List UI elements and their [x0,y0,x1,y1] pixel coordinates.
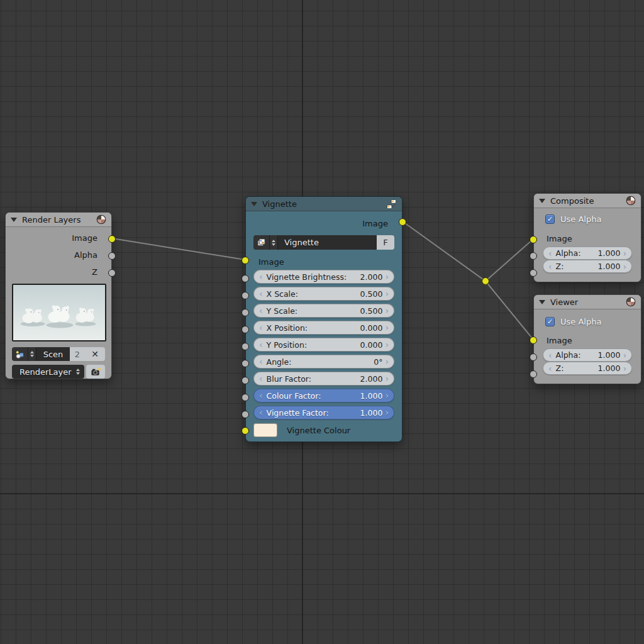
stepper-up-icon[interactable] [30,351,34,353]
socket-image-input[interactable] [530,336,537,344]
slider-value: 0.000 [360,323,384,333]
collapse-arrow-icon[interactable] [251,202,257,206]
rerender-layer-button[interactable] [86,365,105,379]
scene-users-count[interactable]: 2 [70,347,85,361]
socket-colour-factor[interactable] [242,394,249,401]
socket-z-input[interactable] [530,370,537,378]
field-label: Z: [553,364,564,373]
render-layer-row[interactable]: RenderLayer [12,365,105,379]
viewer-node[interactable]: Viewer ✓ Use Alpha Image ‹ [533,294,641,384]
chevron-left-icon[interactable]: ‹ [258,340,264,349]
socket-image-output[interactable] [108,235,116,243]
stepper-up-icon[interactable] [272,240,275,242]
chevron-right-icon[interactable]: › [384,340,390,349]
socket-x-scale[interactable] [242,292,249,299]
collapse-arrow-icon[interactable] [539,300,545,304]
slider-x-position[interactable]: ‹ X Position: 0.000 › [253,321,394,335]
chevron-left-icon[interactable]: ‹ [258,323,264,332]
stepper-up-icon[interactable] [76,369,80,371]
chevron-left-icon[interactable]: ‹ [258,306,264,315]
node-editor-canvas[interactable]: Render Layers Image Alpha Z [0,0,644,644]
use-alpha-checkbox[interactable]: ✓ [545,214,555,224]
slider-blur-factor[interactable]: ‹ Blur Factor: 2.000 › [253,372,394,386]
socket-blur-factor[interactable] [242,377,249,384]
chevron-left-icon[interactable]: ‹ [547,262,553,271]
chevron-left-icon[interactable]: ‹ [258,391,264,400]
socket-vignette-factor[interactable] [242,411,249,418]
scene-name-field[interactable]: Scen [36,347,70,361]
chevron-right-icon[interactable]: › [384,374,390,383]
z-field[interactable]: ‹ Z: 1.000 › [543,260,632,273]
chevron-left-icon[interactable]: ‹ [258,408,264,417]
scene-selector[interactable]: Scen 2 ✕ [12,347,105,361]
chevron-left-icon[interactable]: ‹ [547,249,553,258]
socket-y-position[interactable] [242,343,249,350]
slider-colour-factor[interactable]: ‹ Colour Factor: 1.000 › [253,389,394,402]
chevron-left-icon[interactable]: ‹ [258,272,264,281]
chevron-left-icon[interactable]: ‹ [547,351,553,360]
reroute-node[interactable] [482,278,489,285]
alpha-field[interactable]: ‹ Alpha: 1.000 › [543,348,632,362]
composite-node[interactable]: Composite ✓ Use Alpha Image ‹ [533,193,641,282]
chevron-right-icon[interactable]: › [384,408,390,417]
chevron-right-icon[interactable]: › [621,262,628,271]
chevron-right-icon[interactable]: › [384,391,390,400]
z-field[interactable]: ‹ Z: 1.000 › [543,362,632,375]
scene-browse-stepper[interactable] [28,347,36,361]
collapse-arrow-icon[interactable] [11,218,17,222]
socket-y-scale[interactable] [242,309,249,316]
slider-vignette-factor[interactable]: ‹ Vignette Factor: 1.000 › [253,406,394,419]
group-name-field[interactable]: Vignette [278,235,377,250]
colour-swatch[interactable] [253,423,277,437]
socket-alpha-output[interactable] [108,252,116,260]
slider-angle[interactable]: ‹ Angle: 0° › [253,355,394,369]
slider-value: 0.000 [360,340,384,350]
chevron-left-icon[interactable]: ‹ [547,364,553,373]
socket-alpha-input[interactable] [530,252,537,260]
layer-stepper[interactable] [76,369,80,375]
fake-user-button[interactable]: F [377,235,394,250]
socket-vignette-brightness[interactable] [242,275,249,282]
chevron-right-icon[interactable]: › [384,357,390,366]
socket-image-input[interactable] [530,236,537,243]
socket-alpha-input[interactable] [530,353,537,361]
collapse-arrow-icon[interactable] [539,199,545,203]
stepper-down-icon[interactable] [76,372,80,375]
render-layer-dropdown[interactable]: RenderLayer [12,365,84,379]
slider-vignette-brightness[interactable]: ‹ Vignette Brightness: 2.000 › [253,270,394,284]
chevron-left-icon[interactable]: ‹ [258,374,264,383]
render-layers-header[interactable]: Render Layers [6,213,111,227]
chevron-left-icon[interactable]: ‹ [258,289,264,298]
chevron-right-icon[interactable]: › [384,323,390,332]
chevron-right-icon[interactable]: › [621,351,628,360]
vignette-header[interactable]: Vignette [246,197,402,211]
chevron-right-icon[interactable]: › [384,306,390,315]
render-layers-node[interactable]: Render Layers Image Alpha Z [5,212,112,379]
socket-x-position[interactable] [242,326,249,333]
group-browse-stepper[interactable] [270,235,278,250]
slider-y-position[interactable]: ‹ Y Position: 0.000 › [253,338,394,352]
viewer-header[interactable]: Viewer [534,295,641,309]
socket-z-output[interactable] [108,269,116,277]
node-title: Vignette [262,199,297,209]
slider-y-scale[interactable]: ‹ Y Scale: 0.500 › [253,304,394,318]
chevron-right-icon[interactable]: › [384,289,390,298]
unlink-button[interactable]: ✕ [85,347,105,361]
slider-x-scale[interactable]: ‹ X Scale: 0.500 › [253,287,394,301]
stepper-down-icon[interactable] [272,243,275,246]
vignette-group-node[interactable]: Vignette Image [245,196,402,442]
socket-vignette-colour[interactable] [242,427,249,435]
stepper-down-icon[interactable] [30,355,34,357]
socket-angle[interactable] [242,360,249,367]
chevron-left-icon[interactable]: ‹ [258,357,264,366]
socket-image-output[interactable] [399,218,406,226]
socket-image-input[interactable] [242,257,249,264]
socket-z-input[interactable] [530,269,537,277]
chevron-right-icon[interactable]: › [384,272,390,281]
chevron-right-icon[interactable]: › [621,249,628,258]
composite-header[interactable]: Composite [534,194,641,208]
group-datablock-row[interactable]: Vignette F [253,235,394,250]
use-alpha-checkbox[interactable]: ✓ [545,317,555,326]
alpha-field[interactable]: ‹ Alpha: 1.000 › [543,247,632,260]
chevron-right-icon[interactable]: › [621,364,628,373]
